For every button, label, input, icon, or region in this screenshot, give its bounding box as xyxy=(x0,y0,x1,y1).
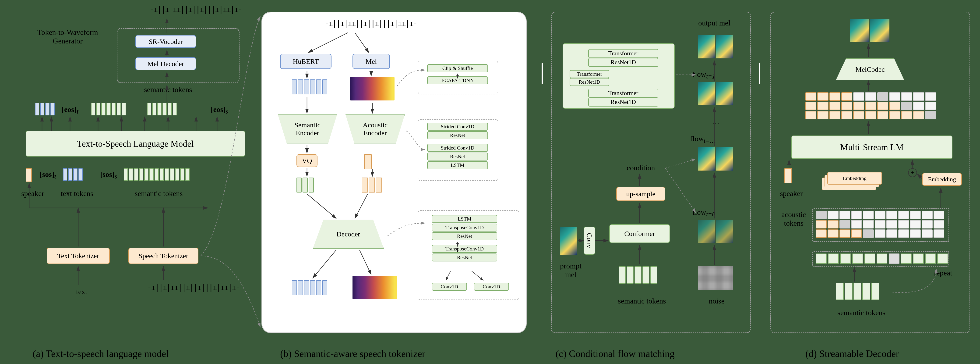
speaker-token xyxy=(25,168,32,182)
strided-conv1d-box: Strided Conv1D xyxy=(427,123,488,131)
flow-t1-label: flowt=1 xyxy=(686,70,721,80)
separator-1 xyxy=(542,63,543,84)
caption-d: (d) Streamable Decoder xyxy=(805,348,899,359)
transformer-box-mid: Transformer xyxy=(570,70,609,78)
embedding-right-block: Embedding xyxy=(922,173,962,186)
panel-d-speaker-token xyxy=(784,168,792,183)
ecapa-tdnn-box: ECAPA-TDNN xyxy=(427,77,488,85)
inset-stack-bot: Transformer ResNet1D xyxy=(588,89,658,107)
flow-tdots-label: flowt=… xyxy=(684,134,721,144)
input-acoustic-grid xyxy=(816,211,944,238)
prompt-mel-label: prompt mel xyxy=(555,262,586,279)
eos-s-label: [eos]s xyxy=(208,105,231,115)
figure-root: Token-to-Waveform Generator -ı||ı|ıı||ı|… xyxy=(5,5,975,359)
panel-c-sem-tokens xyxy=(619,267,657,284)
flow1-mel-icon xyxy=(698,82,733,105)
semantic-encoder-trap: Semantic Encoder xyxy=(278,115,337,144)
detail-ecapa-stack: Clip & Shuffle ECAPA-TDNN xyxy=(427,64,488,85)
conformer-block: Conformer xyxy=(609,224,670,243)
multistream-lm-block: Multi-Stream LM xyxy=(791,136,953,159)
semantic-tokens-top-label: semantic tokens xyxy=(133,85,203,94)
resnet-box: ResNet xyxy=(427,131,488,139)
sr-vocoder-block: SR-Vocoder xyxy=(135,35,196,48)
resnet1d-box-mid: ResNet1D xyxy=(570,78,609,86)
clip-shuffle-box: Clip & Shuffle xyxy=(427,64,488,72)
output-mel-label: output mel xyxy=(691,19,738,27)
sos-t-label: [sos]t xyxy=(37,170,58,180)
decoder-out-tokens xyxy=(292,280,327,295)
panel-d-sem-tokens-label: semantic tokens xyxy=(829,308,894,317)
transformer-box-top: Transformer xyxy=(588,49,658,58)
flow0-mel-icon xyxy=(698,220,733,243)
sem-token-row-in xyxy=(124,168,189,181)
flow-t0-label: flowt=0 xyxy=(686,208,721,218)
resnet-box4: ResNet xyxy=(432,254,497,262)
ae-tokens xyxy=(362,177,382,193)
detail-dec-conv-row: Conv1D Conv1D xyxy=(432,283,509,291)
output-token-row-sem xyxy=(91,103,126,115)
vq-block: VQ xyxy=(296,154,318,167)
inset-stack-mid: Transformer ResNet1D xyxy=(570,70,609,86)
hubert-block: HuBERT xyxy=(280,54,331,69)
condition-label: condition xyxy=(621,164,661,172)
flow-dots-mel-icon xyxy=(698,147,733,171)
panel-d-output-mel-icon xyxy=(850,19,889,42)
token-to-waveform-label: Token-to-Waveform Generator xyxy=(30,28,105,45)
waveform-icon-input: -ı||ı|ıı||ı||ı|||ı|ıı|ı- xyxy=(147,283,239,292)
mel-block: Mel xyxy=(353,54,390,69)
conv1d-box2: Conv1D xyxy=(474,283,509,291)
caption-a: (a) Text-to-speech language model xyxy=(33,348,169,359)
sem-tokens-in-label: semantic tokens xyxy=(128,189,189,198)
lstm-box3: LSTM xyxy=(432,215,497,223)
resnet-box3: ResNet xyxy=(432,232,497,240)
noise-label: noise xyxy=(705,297,729,305)
speech-tokenizer-block: Speech Tokenizer xyxy=(128,247,199,264)
panel-c-sem-tokens-label: semantic tokens xyxy=(609,297,675,305)
resnet-box2: ResNet xyxy=(427,153,488,161)
melcodec-trap: MelCodec xyxy=(836,58,904,80)
hubert-tokens xyxy=(292,80,327,94)
transformer-box-bot: Transformer xyxy=(588,89,658,97)
noise-icon xyxy=(698,267,733,290)
resnet1d-box-bot: ResNet1D xyxy=(588,97,658,107)
tts-lm-block: Text-to-Speech Language Model xyxy=(25,131,245,156)
tconv1d-box: TransposeConv1D xyxy=(432,224,497,231)
embedding-stack: Embedding xyxy=(822,171,883,194)
panel-d-sem-tokens xyxy=(836,283,879,300)
strided-conv1d-box2: Strided Conv1D xyxy=(427,144,488,152)
output-token-row-sem2 xyxy=(147,103,177,115)
caption-b: (b) Semantic-aware speech tokenizer xyxy=(280,348,425,359)
upsample-block: up-sample xyxy=(616,187,665,201)
inset-stack-top: Transformer ResNet1D xyxy=(588,49,658,67)
output-token-row xyxy=(35,103,55,115)
dots-label: … xyxy=(712,117,719,126)
conv1d-box: Conv1D xyxy=(432,283,467,291)
text-tokens-label: text tokens xyxy=(56,189,98,198)
decoder-out-mel-icon xyxy=(353,276,397,299)
mel-spectrogram-icon xyxy=(350,77,395,101)
acoustic-tokens-label: acoustic tokens xyxy=(775,210,812,228)
mel-decoder-block: Mel Decoder xyxy=(135,57,196,70)
acoustic-encoder-trap: Acoustic Encoder xyxy=(345,115,405,144)
text-tokenizer-block: Text Tokenizer xyxy=(47,247,110,264)
sos-s-label: [sos]s xyxy=(98,170,119,180)
repeat-label: repeat xyxy=(927,269,959,277)
output-acoustic-grid xyxy=(805,92,936,120)
tconv1d-box2: TransposeConv1D xyxy=(432,245,497,253)
lstm-box: LSTM xyxy=(427,161,488,169)
waveform-icon: -ı||ı|ıı||ı||ı|||ı|ıı|ı- xyxy=(150,5,242,14)
text-label: text xyxy=(72,287,91,296)
detail-ae-stack: Strided Conv1D ResNet Strided Conv1D Res… xyxy=(427,123,488,169)
decoder-trap: Decoder xyxy=(313,220,384,249)
eos-t-label: [eos]t xyxy=(58,105,82,115)
conv-block: Conv xyxy=(584,227,595,255)
caption-c: (c) Conditional flow matching xyxy=(555,348,675,359)
detail-dec-stack: LSTM TransposeConv1D ResNet TransposeCon… xyxy=(432,215,497,262)
resnet1d-box-top: ResNet1D xyxy=(588,58,658,67)
panel-b-waveform-icon: -ı||ı|ıı||ı||ı|||ı|ıı|ı- xyxy=(325,19,417,28)
sem-tokens-repeated xyxy=(816,254,948,264)
text-token-row xyxy=(63,168,83,181)
output-mel-icon xyxy=(698,35,733,58)
separator-2 xyxy=(759,63,760,84)
speaker-label: speaker xyxy=(16,189,49,198)
